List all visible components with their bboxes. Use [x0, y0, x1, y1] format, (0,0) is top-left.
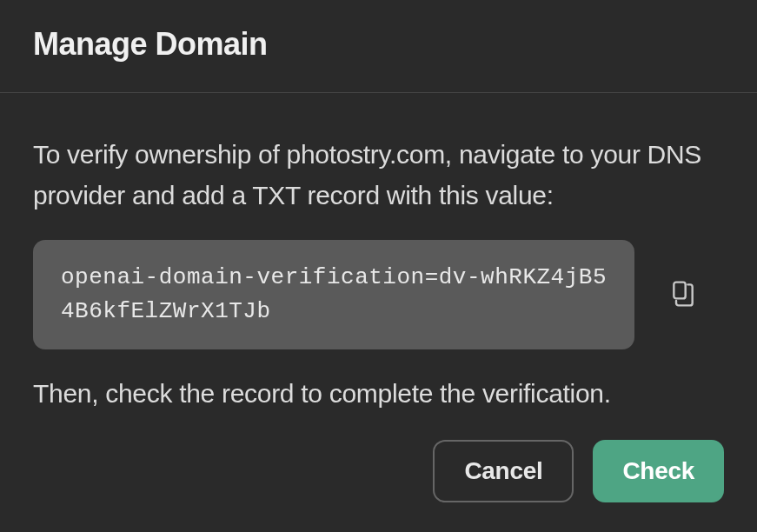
- dialog-content: To verify ownership of photostry.com, na…: [0, 93, 757, 529]
- copy-button[interactable]: [662, 273, 704, 317]
- followup-text: Then, check the record to complete the v…: [33, 379, 724, 409]
- dialog-header: Manage Domain: [0, 0, 757, 93]
- instruction-text: To verify ownership of photostry.com, na…: [33, 135, 724, 216]
- cancel-button[interactable]: Cancel: [433, 440, 574, 502]
- dialog-actions: Cancel Check: [33, 440, 724, 502]
- txt-record-value: openai-domain-verification=dv-whRKZ4jB54…: [61, 261, 607, 329]
- svg-rect-0: [674, 282, 685, 298]
- dialog-title: Manage Domain: [33, 26, 724, 63]
- clipboard-icon: [669, 280, 697, 310]
- txt-record-box: openai-domain-verification=dv-whRKZ4jB54…: [33, 240, 634, 349]
- txt-record-row: openai-domain-verification=dv-whRKZ4jB54…: [33, 240, 724, 349]
- check-button[interactable]: Check: [593, 440, 724, 502]
